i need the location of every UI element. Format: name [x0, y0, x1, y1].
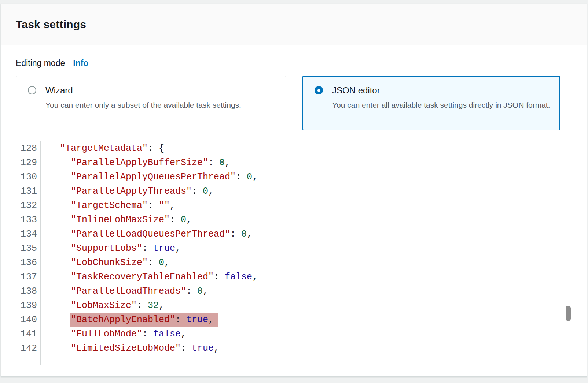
page: Task settings Editing mode Info Wizard Y… — [0, 0, 588, 383]
task-settings-panel: Task settings Editing mode Info Wizard Y… — [1, 4, 587, 377]
json-editor-option-text: JSON editor You can enter all available … — [332, 85, 550, 112]
editing-mode-row: Editing mode Info — [16, 57, 572, 68]
code-line-content: "FullLobMode": false, — [41, 327, 186, 341]
code-line-content: "TargetSchema": "", — [41, 198, 175, 213]
wizard-radio-icon[interactable] — [28, 86, 36, 94]
line-number: 137 — [16, 270, 41, 284]
code-line-content: "BatchApplyEnabled": true, — [41, 313, 218, 327]
code-line-content: "ParallelApplyQueuesPerThread": 0, — [41, 170, 258, 184]
code-line-content: "ParallelLoadThreads": 0, — [41, 284, 208, 298]
code-line: 129 "ParallelApplyBufferSize": 0, — [16, 156, 572, 170]
line-number: 136 — [16, 256, 41, 270]
wizard-option-label: Wizard — [45, 85, 241, 96]
code-line-content: "ParallelApplyThreads": 0, — [41, 184, 214, 198]
code-line: 135 "SupportLobs": true, — [16, 241, 572, 256]
editing-mode-options: Wizard You can enter only a subset of th… — [16, 76, 572, 130]
code-line: 134 "ParallelLoadQueuesPerThread": 0, — [16, 227, 572, 241]
panel-header: Task settings — [1, 4, 587, 45]
line-number: 139 — [16, 298, 41, 313]
code-line-content: "ParallelLoadQueuesPerThread": 0, — [41, 227, 252, 241]
line-number: 131 — [16, 184, 41, 198]
code-line: 130 "ParallelApplyQueuesPerThread": 0, — [16, 170, 572, 184]
line-number: 138 — [16, 284, 41, 298]
wizard-option-text: Wizard You can enter only a subset of th… — [45, 85, 241, 112]
code-line-content: "LobMaxSize": 32, — [41, 298, 164, 313]
line-number: 141 — [16, 327, 41, 341]
code-line: 138 "ParallelLoadThreads": 0, — [16, 284, 572, 298]
line-number: 135 — [16, 241, 41, 256]
code-line-content: "LimitedSizeLobMode": true, — [41, 341, 219, 356]
highlighted-code: "BatchApplyEnabled": true, — [70, 313, 218, 327]
json-editor-option-description: You can enter all available task setting… — [332, 98, 550, 112]
code-line: 139 "LobMaxSize": 32, — [16, 298, 572, 313]
line-number: 134 — [16, 227, 41, 241]
line-number: 140 — [16, 313, 41, 327]
line-number: 129 — [16, 156, 41, 170]
line-number: 130 — [16, 170, 41, 184]
line-number: 133 — [16, 213, 41, 227]
panel-content: Editing mode Info Wizard You can enter o… — [1, 57, 587, 365]
code-line-content: "ParallelApplyBufferSize": 0, — [41, 156, 230, 170]
code-line-content: "SupportLobs": true, — [41, 241, 181, 256]
line-number: 142 — [16, 341, 41, 356]
code-line: 137 "TaskRecoveryTableEnabled": false, — [16, 270, 572, 284]
info-link[interactable]: Info — [73, 57, 88, 68]
code-line: 142 "LimitedSizeLobMode": true, — [16, 341, 572, 356]
code-line: 136 "LobChunkSize": 0, — [16, 256, 572, 270]
code-line-content: "LobChunkSize": 0, — [41, 256, 170, 270]
option-card-wizard[interactable]: Wizard You can enter only a subset of th… — [16, 76, 286, 130]
json-editor-option-label: JSON editor — [332, 85, 550, 96]
code-line-content: "InlineLobMaxSize": 0, — [41, 213, 192, 227]
line-number: 132 — [16, 198, 41, 213]
json-code-editor[interactable]: 128 "TargetMetadata": {129 "ParallelAppl… — [16, 141, 572, 365]
code-line-content: "TaskRecoveryTableEnabled": false, — [41, 270, 258, 284]
code-line: 132 "TargetSchema": "", — [16, 198, 572, 213]
wizard-option-description: You can enter only a subset of the avail… — [45, 98, 241, 112]
json-editor-radio-icon[interactable] — [315, 86, 323, 94]
panel-title: Task settings — [16, 18, 86, 31]
code-gutter-tail — [16, 356, 572, 365]
code-line: 128 "TargetMetadata": { — [16, 141, 572, 156]
editing-mode-label: Editing mode — [16, 57, 65, 68]
code-line: 140 "BatchApplyEnabled": true, — [16, 313, 572, 327]
code-line-content: "TargetMetadata": { — [41, 141, 164, 156]
line-number: 128 — [16, 141, 41, 156]
code-line: 133 "InlineLobMaxSize": 0, — [16, 213, 572, 227]
option-card-json-editor[interactable]: JSON editor You can enter all available … — [302, 76, 560, 130]
scrollbar-thumb[interactable] — [566, 306, 571, 321]
code-line: 131 "ParallelApplyThreads": 0, — [16, 184, 572, 198]
code-line: 141 "FullLobMode": false, — [16, 327, 572, 341]
